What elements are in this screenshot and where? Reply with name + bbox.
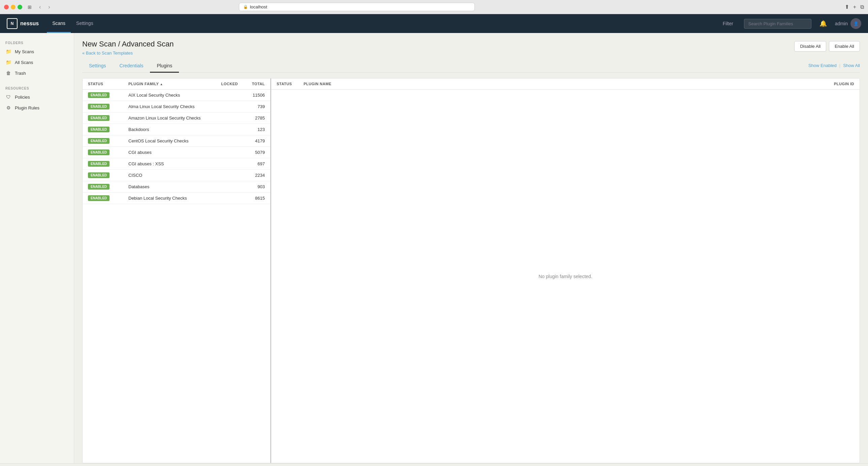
footer: Save ▾ Cancel [0, 463, 868, 466]
close-button[interactable] [4, 5, 9, 9]
tab-settings[interactable]: Settings [82, 60, 113, 73]
status-badge-cell: ENABLED [88, 149, 128, 155]
avatar: 👤 [850, 18, 861, 29]
status-badge-cell: ENABLED [88, 161, 128, 167]
right-panel: STATUS PLUGIN NAME PLUGIN ID No plugin f… [271, 78, 860, 463]
page-title: New Scan / Advanced Scan [82, 40, 174, 48]
sidebar-item-policies[interactable]: 🛡 Policies [0, 92, 74, 102]
forward-nav-button[interactable]: › [46, 3, 52, 11]
plugin-family-name: CGI abuses : XSS [128, 161, 211, 166]
total-value: 697 [238, 161, 265, 166]
url-text: localhost [250, 4, 267, 9]
total-value: 4179 [238, 138, 265, 143]
table-row[interactable]: ENABLED Databases 903 [83, 181, 270, 193]
username-label: admin [835, 21, 848, 26]
shield-icon: 🛡 [5, 94, 11, 100]
minimize-button[interactable] [11, 5, 16, 9]
status-badge: ENABLED [88, 138, 110, 144]
tabs-bar: Settings Credentials Plugins Show Enable… [82, 60, 860, 73]
header-actions: Disable All Enable All [794, 41, 860, 52]
left-table-body: ENABLED AIX Local Security Checks 11506 … [83, 90, 270, 463]
th-status: STATUS [88, 82, 128, 86]
total-value: 739 [238, 104, 265, 109]
plugins-container: STATUS PLUGIN FAMILY LOCKED TOTAL ENABLE… [82, 78, 860, 463]
sidebar-item-my-scans[interactable]: 📁 My Scans [0, 46, 74, 57]
traffic-lights [4, 5, 22, 9]
status-badge: ENABLED [88, 161, 110, 167]
folders-label: FOLDERS [0, 38, 74, 46]
enable-all-button[interactable]: Enable All [829, 41, 860, 52]
status-badge: ENABLED [88, 127, 110, 132]
maximize-button[interactable] [18, 5, 22, 9]
tabs-icon[interactable]: ⧉ [860, 4, 864, 10]
user-menu[interactable]: admin 👤 [835, 18, 861, 29]
sidebar-item-label: All Scans [15, 60, 33, 65]
filter-button[interactable]: Filter [720, 20, 736, 28]
total-value: 903 [238, 184, 265, 189]
plugin-family-name: Debian Local Security Checks [128, 196, 211, 201]
table-row[interactable]: ENABLED CISCO 2234 [83, 170, 270, 181]
status-badge-cell: ENABLED [88, 138, 128, 144]
sidebar-toggle-button[interactable]: ⊞ [26, 4, 34, 10]
back-to-scan-templates-link[interactable]: « Back to Scan Templates [82, 51, 133, 56]
show-enabled-link[interactable]: Show Enabled [808, 63, 837, 68]
total-value: 8615 [238, 196, 265, 201]
total-value: 2785 [238, 115, 265, 121]
th-total: TOTAL [238, 82, 265, 86]
show-all-link[interactable]: Show All [843, 63, 860, 68]
left-panel: STATUS PLUGIN FAMILY LOCKED TOTAL ENABLE… [83, 78, 271, 463]
plugin-family-name: AIX Local Security Checks [128, 93, 211, 98]
plugin-family-name: CISCO [128, 173, 211, 178]
disable-all-button[interactable]: Disable All [794, 41, 826, 52]
status-badge: ENABLED [88, 149, 110, 155]
back-nav-button[interactable]: ‹ [37, 3, 43, 11]
table-row[interactable]: ENABLED Alma Linux Local Security Checks… [83, 101, 270, 112]
new-tab-icon[interactable]: + [853, 4, 856, 10]
status-badge-cell: ENABLED [88, 172, 128, 178]
page-header: New Scan / Advanced Scan « Back to Scan … [82, 40, 860, 56]
table-row[interactable]: ENABLED Debian Local Security Checks 861… [83, 193, 270, 204]
sidebar-item-trash[interactable]: 🗑 Trash [0, 68, 74, 78]
search-plugin-families-input[interactable] [744, 19, 811, 29]
right-empty-message: No plugin family selected. [271, 90, 860, 463]
status-badge: ENABLED [88, 172, 110, 178]
th-plugin-family[interactable]: PLUGIN FAMILY [128, 82, 211, 86]
status-badge: ENABLED [88, 184, 110, 190]
plugin-family-name: Databases [128, 184, 211, 189]
plugin-family-name: Alma Linux Local Security Checks [128, 104, 211, 109]
resources-label: RESOURCES [0, 84, 74, 92]
table-row[interactable]: ENABLED Amazon Linux Local Security Chec… [83, 112, 270, 124]
table-row[interactable]: ENABLED CentOS Local Security Checks 417… [83, 135, 270, 147]
table-row[interactable]: ENABLED CGI abuses 5079 [83, 147, 270, 158]
content-area: New Scan / Advanced Scan « Back to Scan … [74, 33, 868, 463]
logo-text: nessus [20, 21, 39, 27]
rth-status: STATUS [277, 82, 304, 86]
lock-icon: 🔒 [243, 5, 248, 9]
table-row[interactable]: ENABLED CGI abuses : XSS 697 [83, 158, 270, 170]
table-row[interactable]: ENABLED AIX Local Security Checks 11506 [83, 90, 270, 101]
logo-icon: N [7, 18, 18, 29]
table-row[interactable]: ENABLED Backdoors 123 [83, 124, 270, 135]
tab-filter-links: Show Enabled | Show All [808, 63, 860, 69]
sidebar-item-plugin-rules[interactable]: ⚙ Plugin Rules [0, 102, 74, 113]
left-table-header: STATUS PLUGIN FAMILY LOCKED TOTAL [83, 78, 270, 90]
nav-tab-settings[interactable]: Settings [71, 14, 99, 33]
tab-credentials[interactable]: Credentials [113, 60, 150, 73]
sidebar-item-label: Plugin Rules [15, 105, 39, 110]
notifications-bell-icon[interactable]: 🔔 [819, 20, 827, 27]
share-icon[interactable]: ⬆ [845, 4, 849, 10]
tab-plugins[interactable]: Plugins [150, 60, 179, 73]
gear-icon: ⚙ [5, 105, 11, 110]
status-badge-cell: ENABLED [88, 184, 128, 190]
status-badge: ENABLED [88, 92, 110, 98]
total-value: 5079 [238, 150, 265, 155]
status-badge-cell: ENABLED [88, 115, 128, 121]
sidebar-item-all-scans[interactable]: 📁 All Scans [0, 57, 74, 68]
nav-tab-scans[interactable]: Scans [47, 14, 71, 33]
status-badge: ENABLED [88, 195, 110, 201]
total-value: 11506 [238, 93, 265, 98]
right-table-header: STATUS PLUGIN NAME PLUGIN ID [271, 78, 860, 90]
plugin-family-name: CentOS Local Security Checks [128, 138, 211, 143]
page-title-block: New Scan / Advanced Scan « Back to Scan … [82, 40, 174, 56]
plugin-family-name: Backdoors [128, 127, 211, 132]
